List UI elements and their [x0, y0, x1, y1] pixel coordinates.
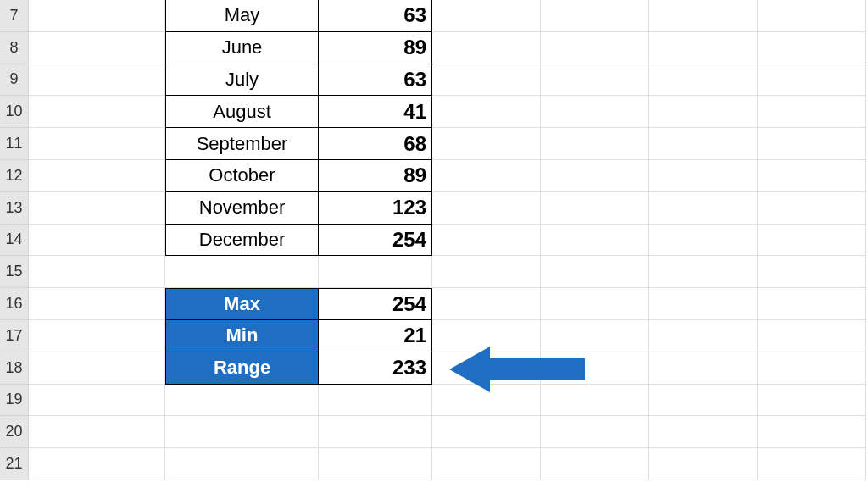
- cell-empty[interactable]: [29, 385, 165, 417]
- cell-empty[interactable]: [319, 256, 432, 288]
- cell-value[interactable]: 89: [319, 32, 432, 64]
- cell-empty[interactable]: [649, 64, 758, 97]
- cell-empty[interactable]: [758, 352, 866, 385]
- cell-empty[interactable]: [649, 352, 758, 385]
- cell-empty[interactable]: [165, 385, 319, 417]
- row-header[interactable]: 8: [0, 32, 29, 64]
- cell-month[interactable]: September: [165, 128, 319, 160]
- cell-empty[interactable]: [432, 385, 541, 417]
- row-header[interactable]: 16: [0, 288, 29, 320]
- cell-empty[interactable]: [432, 192, 541, 225]
- row-header[interactable]: 15: [0, 256, 29, 288]
- row-header[interactable]: 7: [0, 0, 29, 32]
- cell-empty[interactable]: [649, 385, 758, 417]
- cell-empty[interactable]: [29, 192, 165, 225]
- cell-empty[interactable]: [649, 416, 758, 448]
- cell-empty[interactable]: [29, 416, 165, 448]
- row-header[interactable]: 10: [0, 96, 29, 128]
- cell-empty[interactable]: [432, 64, 541, 97]
- cell-empty[interactable]: [432, 288, 541, 320]
- row-header[interactable]: 13: [0, 192, 29, 225]
- cell-value[interactable]: 63: [319, 64, 432, 97]
- cell-empty[interactable]: [432, 0, 541, 32]
- cell-month[interactable]: August: [165, 96, 319, 128]
- cell-empty[interactable]: [541, 448, 649, 480]
- cell-empty[interactable]: [541, 320, 649, 352]
- cell-empty[interactable]: [758, 320, 866, 352]
- cell-empty[interactable]: [319, 385, 432, 417]
- cell-empty[interactable]: [29, 256, 165, 288]
- cell-month[interactable]: October: [165, 160, 319, 192]
- cell-empty[interactable]: [649, 0, 758, 32]
- cell-empty[interactable]: [758, 64, 866, 97]
- cell-empty[interactable]: [541, 225, 649, 257]
- cell-month[interactable]: July: [165, 64, 319, 97]
- cell-empty[interactable]: [649, 225, 758, 257]
- cell-empty[interactable]: [165, 256, 319, 288]
- cell-empty[interactable]: [29, 352, 165, 385]
- cell-empty[interactable]: [541, 32, 649, 64]
- cell-empty[interactable]: [319, 448, 432, 480]
- cell-empty[interactable]: [432, 256, 541, 288]
- cell-empty[interactable]: [29, 320, 165, 352]
- cell-empty[interactable]: [758, 288, 866, 320]
- cell-empty[interactable]: [165, 416, 319, 448]
- row-header[interactable]: 9: [0, 64, 29, 97]
- cell-empty[interactable]: [319, 416, 432, 448]
- cell-empty[interactable]: [541, 0, 649, 32]
- cell-empty[interactable]: [649, 320, 758, 352]
- cell-empty[interactable]: [29, 128, 165, 160]
- cell-empty[interactable]: [432, 160, 541, 192]
- cell-empty[interactable]: [758, 32, 866, 64]
- cell-empty[interactable]: [29, 225, 165, 257]
- cell-empty[interactable]: [432, 320, 541, 352]
- cell-empty[interactable]: [541, 352, 649, 385]
- cell-empty[interactable]: [649, 128, 758, 160]
- cell-empty[interactable]: [758, 160, 866, 192]
- stats-value-min[interactable]: 21: [319, 320, 432, 352]
- row-header[interactable]: 20: [0, 416, 29, 448]
- cell-empty[interactable]: [29, 64, 165, 97]
- cell-empty[interactable]: [29, 32, 165, 64]
- cell-empty[interactable]: [541, 128, 649, 160]
- cell-empty[interactable]: [758, 225, 866, 257]
- cell-value[interactable]: 68: [319, 128, 432, 160]
- cell-empty[interactable]: [165, 448, 319, 480]
- cell-empty[interactable]: [758, 448, 866, 480]
- cell-month[interactable]: December: [165, 225, 319, 257]
- cell-empty[interactable]: [758, 385, 866, 417]
- cell-empty[interactable]: [432, 32, 541, 64]
- stats-label-min[interactable]: Min: [165, 320, 319, 352]
- cell-empty[interactable]: [29, 96, 165, 128]
- cell-empty[interactable]: [541, 416, 649, 448]
- stats-label-max[interactable]: Max: [165, 288, 319, 320]
- cell-value[interactable]: 41: [319, 96, 432, 128]
- cell-empty[interactable]: [432, 225, 541, 257]
- cell-empty[interactable]: [649, 96, 758, 128]
- cell-empty[interactable]: [758, 192, 866, 225]
- cell-empty[interactable]: [758, 416, 866, 448]
- cell-empty[interactable]: [541, 160, 649, 192]
- row-header[interactable]: 18: [0, 352, 29, 385]
- cell-empty[interactable]: [541, 96, 649, 128]
- cell-empty[interactable]: [432, 128, 541, 160]
- cell-empty[interactable]: [541, 288, 649, 320]
- row-header[interactable]: 19: [0, 385, 29, 417]
- cell-empty[interactable]: [758, 0, 866, 32]
- cell-empty[interactable]: [541, 64, 649, 97]
- cell-month[interactable]: May: [165, 0, 319, 32]
- cell-empty[interactable]: [649, 192, 758, 225]
- cell-value[interactable]: 123: [319, 192, 432, 225]
- cell-empty[interactable]: [29, 288, 165, 320]
- cell-month[interactable]: June: [165, 32, 319, 64]
- cell-value[interactable]: 254: [319, 225, 432, 257]
- row-header[interactable]: 17: [0, 320, 29, 352]
- cell-empty[interactable]: [432, 448, 541, 480]
- cell-empty[interactable]: [649, 160, 758, 192]
- stats-label-range[interactable]: Range: [165, 352, 319, 385]
- stats-value-range[interactable]: 233: [319, 352, 432, 385]
- cell-empty[interactable]: [29, 160, 165, 192]
- row-header[interactable]: 12: [0, 160, 29, 192]
- cell-month[interactable]: November: [165, 192, 319, 225]
- row-header[interactable]: 21: [0, 448, 29, 480]
